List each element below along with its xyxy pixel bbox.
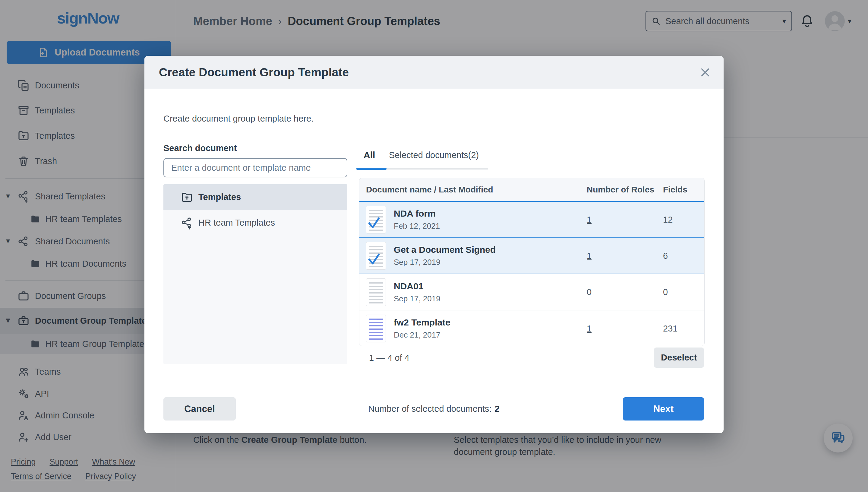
close-icon[interactable] (698, 66, 712, 79)
column-header-fields: Fields (663, 185, 704, 195)
document-name: NDA01 (394, 281, 440, 291)
folder-item-label: HR team Templates (198, 218, 275, 228)
table-row[interactable]: NDA01 Sep 17, 2019 0 0 (359, 274, 704, 311)
selected-count-value: 2 (495, 404, 500, 414)
fields-count: 0 (663, 287, 704, 297)
folder-item-label: Templates (198, 192, 241, 202)
modal-footer-divider (145, 387, 723, 387)
document-name: fw2 Template (394, 317, 451, 327)
document-search-input[interactable] (163, 158, 347, 177)
document-name: Get a Document Signed (394, 245, 496, 255)
fields-count: 6 (663, 251, 704, 261)
modal-title: Create Document Group Template (159, 56, 349, 89)
table-row[interactable]: NDA form Feb 12, 2021 1 12 (359, 202, 704, 238)
column-header-roles: Number of Roles (587, 185, 663, 195)
document-date: Dec 21, 2017 (394, 330, 451, 340)
fields-count: 231 (663, 324, 704, 334)
selected-count-text: Number of selected documents:2 (313, 397, 555, 420)
column-header-name: Document name / Last Modified (359, 185, 587, 195)
roles-value: 0 (587, 287, 591, 297)
document-thumbnail (366, 242, 386, 270)
create-document-group-template-modal: Create Document Group Template Create do… (145, 56, 723, 433)
folder-item-hr-team-templates[interactable]: HR team Templates (163, 210, 347, 236)
document-date: Feb 12, 2021 (394, 221, 440, 231)
table-row[interactable]: Get a Document Signed Sep 17, 2019 1 6 (359, 238, 704, 274)
check-icon (366, 251, 381, 266)
modal-intro-text: Create document group template here. (163, 114, 313, 124)
folder-item-templates[interactable]: Templates (163, 184, 347, 210)
roles-link[interactable]: 1 (587, 251, 591, 261)
deselect-button[interactable]: Deselect (654, 347, 704, 368)
fields-count: 12 (663, 215, 704, 225)
documents-table: Document name / Last Modified Number of … (359, 178, 705, 346)
table-row[interactable]: fw2 Template Dec 21, 2017 1 231 (359, 311, 704, 346)
roles-link[interactable]: 1 (587, 324, 591, 333)
app-screen: signNow Upload Documents Documents Templ… (0, 0, 868, 492)
check-icon (366, 215, 381, 230)
document-thumbnail (366, 315, 386, 342)
next-button[interactable]: Next (623, 397, 704, 420)
tab-all[interactable]: All (364, 150, 375, 160)
table-header-row: Document name / Last Modified Number of … (359, 178, 704, 202)
folder-templates-icon (181, 191, 193, 203)
share-templates-icon (181, 217, 193, 229)
document-date: Sep 17, 2019 (394, 294, 440, 303)
document-thumbnail (366, 206, 386, 233)
tab-selected-documents[interactable]: Selected documents(2) (389, 150, 479, 160)
tab-active-indicator (356, 168, 386, 170)
pagination-label: 1 — 4 of 4 (369, 353, 409, 363)
document-date: Sep 17, 2019 (394, 257, 496, 267)
document-name: NDA form (394, 208, 440, 219)
document-thumbnail (366, 278, 386, 306)
roles-link[interactable]: 1 (587, 215, 591, 224)
cancel-button[interactable]: Cancel (163, 397, 236, 420)
folder-list: Templates HR team Templates (163, 184, 347, 364)
search-document-label: Search document (163, 143, 237, 153)
